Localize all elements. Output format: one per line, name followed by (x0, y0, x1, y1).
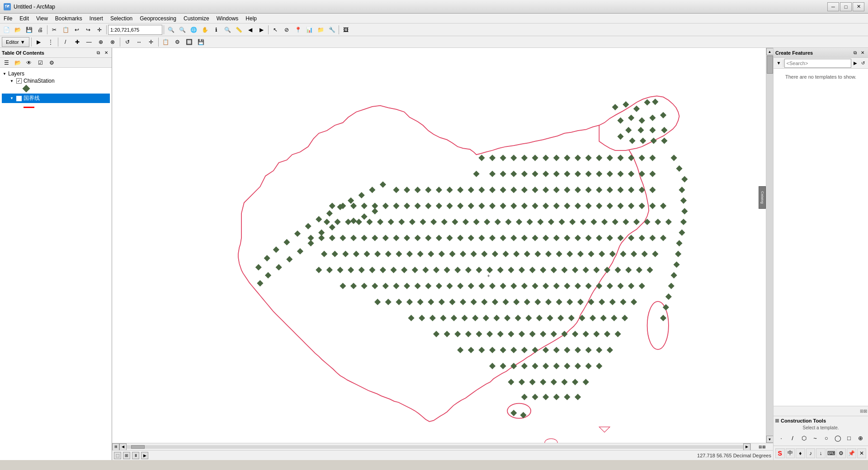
scale-input[interactable]: 1:20,721,675 (108, 25, 162, 35)
save-edits[interactable]: 💾 (196, 37, 207, 47)
select-button[interactable]: ↖ (270, 24, 281, 35)
toc-selection-view[interactable]: ☑ (35, 57, 46, 68)
toc-layers-header[interactable]: ▼ Layers (2, 70, 110, 77)
menu-help[interactable]: Help (242, 14, 260, 24)
measure-button[interactable]: 📏 (233, 24, 244, 35)
scroll-up-arrow[interactable]: ▲ (766, 48, 774, 55)
status-btn4[interactable]: ▶ (141, 452, 148, 459)
pan-button[interactable]: ✋ (199, 24, 210, 35)
edit-vertices[interactable]: ⋮ (45, 37, 56, 47)
ime-btn-moon[interactable]: ♦ (796, 448, 805, 458)
status-btn2[interactable]: ⊞ (123, 452, 130, 459)
menu-insert[interactable]: Insert (86, 14, 107, 24)
toolbox-button[interactable]: 🔧 (326, 24, 337, 35)
menu-selection[interactable]: Selection (107, 14, 136, 24)
status-btn1[interactable]: ⬚ (114, 452, 121, 459)
menu-geoprocessing[interactable]: Geoprocessing (136, 14, 180, 24)
menu-file[interactable]: File (0, 14, 16, 24)
ime-btn-zhong[interactable]: 中 (786, 448, 795, 458)
menu-bookmarks[interactable]: Bookmarks (52, 14, 86, 24)
print-button[interactable]: 🖨 (35, 24, 46, 35)
zoom-out-button[interactable]: 🔍 (177, 24, 188, 35)
tool-polygon[interactable]: ⬡ (799, 433, 809, 443)
menu-customize[interactable]: Customize (180, 14, 213, 24)
scroll-thumb[interactable] (767, 56, 773, 74)
tool-ellipse[interactable]: ◯ (833, 433, 843, 443)
cut-button[interactable]: ✂ (49, 24, 60, 35)
union-btn[interactable]: ⊕ (95, 37, 106, 47)
layout-view-button[interactable]: 🖼 (340, 24, 351, 35)
cut-polygon[interactable]: ✚ (72, 37, 83, 47)
cf-float-button[interactable]: ⧉ (851, 49, 859, 56)
identify-button[interactable]: ℹ (211, 24, 222, 35)
ime-btn-settings[interactable]: ⚙ (836, 448, 846, 458)
toc-list-view[interactable]: ☰ (1, 57, 12, 68)
new-button[interactable]: 📄 (1, 24, 12, 35)
cf-search-input[interactable] (784, 59, 851, 68)
zoom-in-button[interactable]: 🔍 (165, 24, 176, 35)
ime-btn-s[interactable]: S (775, 448, 785, 458)
menu-view[interactable]: View (33, 14, 52, 24)
menu-edit[interactable]: Edit (16, 14, 33, 24)
editor-dropdown[interactable]: Editor ▼ (2, 37, 29, 47)
merge-btn[interactable]: — (84, 37, 94, 47)
hscroll-right[interactable]: ▶ (743, 443, 750, 451)
status-btn3[interactable]: ⏸ (132, 452, 139, 459)
attr-btn[interactable]: 📋 (160, 37, 171, 47)
chinastation-checkbox[interactable]: ✓ (16, 78, 22, 84)
map-area[interactable]: + Catalog (112, 48, 766, 443)
attr-table-button[interactable]: 📊 (304, 24, 315, 35)
toc-float-button[interactable]: ⧉ (94, 49, 102, 56)
toc-options[interactable]: ⚙ (46, 57, 57, 68)
snap-btn[interactable]: 🔲 (184, 37, 195, 47)
tool-rect[interactable]: □ (844, 433, 854, 443)
ime-btn-keyboard[interactable]: ⌨ (826, 448, 836, 458)
cf-search-button[interactable]: ▶ (852, 60, 859, 67)
intersect-btn[interactable]: ⊗ (107, 37, 118, 47)
edit-tool[interactable]: ▶ (33, 37, 44, 47)
toc-source-view[interactable]: 📂 (12, 57, 23, 68)
tool-line[interactable]: / (788, 433, 797, 443)
cf-refresh-button[interactable]: ↺ (859, 60, 866, 67)
scroll-down-arrow[interactable]: ▼ (766, 436, 774, 443)
sketch-props[interactable]: ⚙ (172, 37, 183, 47)
next-extent-button[interactable]: ▶ (256, 24, 267, 35)
move-btn[interactable]: ✛ (146, 37, 156, 47)
menu-windows[interactable]: Windows (213, 14, 242, 24)
reshape-btn[interactable]: / (60, 37, 71, 47)
rotate-btn[interactable]: ↺ (122, 37, 133, 47)
clear-selection-button[interactable]: ⊘ (281, 24, 292, 35)
tool-freehand[interactable]: ~ (810, 433, 820, 443)
prev-extent-button[interactable]: ◀ (245, 24, 255, 35)
save-button[interactable]: 💾 (24, 24, 34, 35)
maximize-button[interactable]: □ (840, 2, 852, 11)
toc-layer-guojie[interactable]: ▼ ✓ 国界线 (2, 94, 110, 103)
catalog-button[interactable]: 📁 (315, 24, 326, 35)
copy-button[interactable]: 📋 (60, 24, 71, 35)
tool-circle[interactable]: ○ (821, 433, 831, 443)
cf-close-button[interactable]: ✕ (859, 49, 866, 56)
undo-button[interactable]: ↩ (71, 24, 82, 35)
guojie-checkbox[interactable]: ✓ (16, 96, 22, 101)
toc-visibility-view[interactable]: 👁 (24, 57, 34, 68)
toc-layer-chinastation[interactable]: ▼ ✓ ChinaStation (2, 77, 110, 85)
tool-auto[interactable]: ⊕ (855, 433, 865, 443)
cf-search-filter[interactable]: ▼ (775, 60, 782, 67)
ime-btn-pin[interactable]: 📌 (847, 448, 856, 458)
minimize-button[interactable]: ─ (827, 2, 839, 11)
hscroll-expand[interactable]: ⊞ (112, 443, 119, 451)
tool-point[interactable]: · (776, 433, 786, 443)
find-button[interactable]: 🔍 (222, 24, 233, 35)
toc-close-button[interactable]: ✕ (103, 49, 110, 56)
close-button[interactable]: ✕ (853, 2, 864, 11)
geocode-button[interactable]: 📍 (292, 24, 303, 35)
redo-button[interactable]: ↪ (83, 24, 94, 35)
catalog-tab[interactable]: Catalog (759, 186, 766, 209)
pointer-button[interactable]: ✛ (94, 24, 105, 35)
map-vertical-scrollbar[interactable]: ▲ ▼ (766, 48, 773, 443)
scale-tool-btn[interactable]: ↔ (134, 37, 145, 47)
open-button[interactable]: 📂 (12, 24, 23, 35)
hscroll-left[interactable]: ◀ (119, 443, 127, 451)
hscroll-thumb[interactable] (131, 445, 145, 449)
ime-btn-mic[interactable]: ↓ (816, 448, 826, 458)
